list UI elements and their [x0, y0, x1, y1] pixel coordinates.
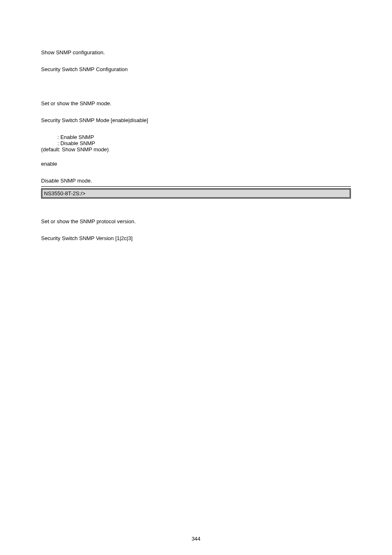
command-box: NS3550-8T-2S:/>	[41, 188, 351, 199]
command-prompt: NS3550-8T-2S:/>	[44, 190, 85, 197]
page-container: Show SNMP configuration. Security Switch…	[0, 0, 392, 555]
example-description: Disable SNMP mode.	[41, 178, 351, 184]
mode-syntax: Security Switch SNMP Mode [enable|disabl…	[41, 117, 351, 123]
divider	[41, 186, 351, 187]
param-disable: : Disable SNMP	[41, 140, 351, 146]
version-description: Set or show the SNMP protocol version.	[41, 218, 351, 224]
page-number: 344	[0, 536, 392, 542]
config-syntax: Security Switch SNMP Configuration	[41, 66, 351, 72]
param-enable: : Enable SNMP	[41, 134, 351, 140]
default-mode: enable	[41, 161, 351, 167]
version-syntax: Security Switch SNMP Version [1|2c|3]	[41, 235, 351, 241]
config-description: Show SNMP configuration.	[41, 49, 351, 56]
mode-description: Set or show the SNMP mode.	[41, 100, 351, 106]
param-default: (default: Show SNMP mode)	[41, 146, 351, 153]
